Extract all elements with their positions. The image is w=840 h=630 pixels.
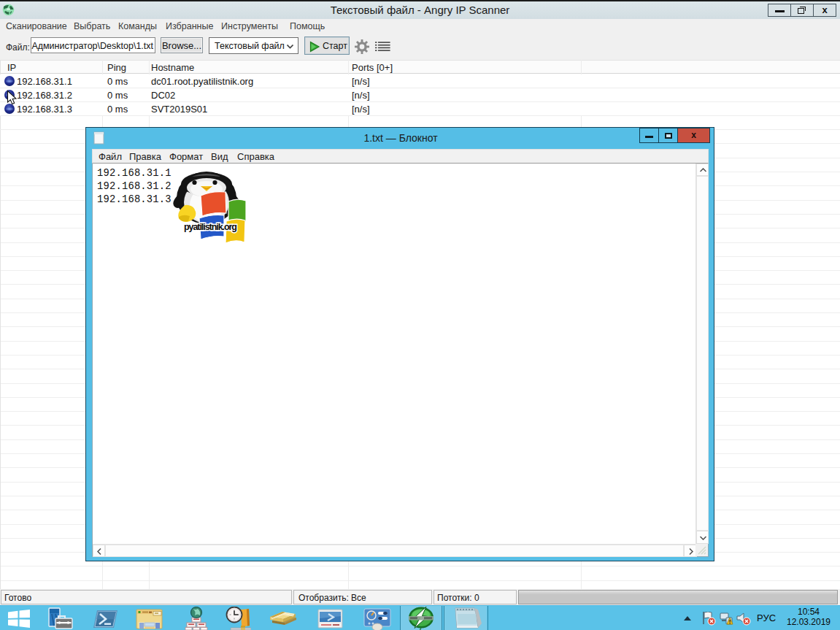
svg-text:pyatilistnik.org: pyatilistnik.org [184,222,237,232]
